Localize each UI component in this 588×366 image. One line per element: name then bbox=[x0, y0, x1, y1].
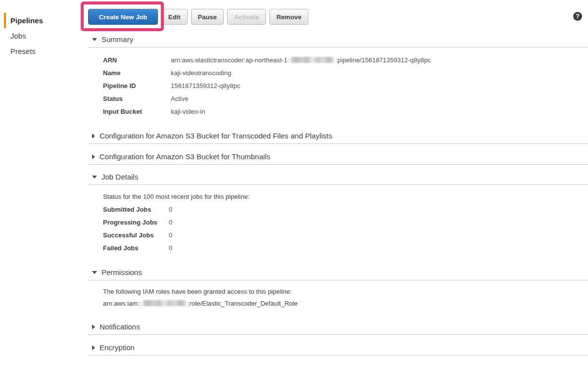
submitted-jobs-count: 0 bbox=[169, 206, 172, 213]
sidebar-item-label: Jobs bbox=[10, 32, 26, 40]
sidebar-item-label: Presets bbox=[10, 47, 36, 55]
section-title: Configuration for Amazon S3 Bucket for T… bbox=[99, 132, 332, 140]
field-label: Successful Jobs bbox=[103, 231, 169, 239]
field-label: ARN bbox=[103, 56, 171, 64]
name-value: kaji-videotranscoding bbox=[171, 69, 231, 77]
failed-jobs-count: 0 bbox=[169, 244, 172, 252]
field-label: Status bbox=[103, 95, 171, 102]
section-title: Encryption bbox=[99, 343, 135, 352]
iam-role-arn: arn:aws:iam:::role/Elastic_Transcoder_De… bbox=[103, 297, 588, 309]
sidebar-item-label: Pipelines bbox=[10, 16, 43, 25]
field-label: Name bbox=[103, 69, 171, 77]
arn-value: arn:aws:elastictranscoder:ap-northeast-1… bbox=[171, 56, 431, 64]
section-header-s3-thumbnails[interactable]: Configuration for Amazon S3 Bucket for T… bbox=[88, 149, 588, 165]
remove-button[interactable]: Remove bbox=[269, 9, 308, 25]
job-details-intro: Status for the 100 most recent jobs for … bbox=[103, 190, 588, 203]
redacted-account-id bbox=[143, 300, 186, 306]
caret-right-icon bbox=[92, 324, 95, 329]
section-header-s3-transcoded[interactable]: Configuration for Amazon S3 Bucket for T… bbox=[88, 128, 588, 144]
summary-row-input-bucket: Input Bucket kaji-video-in bbox=[103, 105, 588, 118]
field-label: Input Bucket bbox=[103, 108, 171, 115]
input-bucket-value: kaji-video-in bbox=[171, 108, 205, 115]
field-label: Progressing Jobs bbox=[103, 219, 169, 226]
redacted-account-id bbox=[291, 57, 334, 63]
caret-down-icon bbox=[92, 176, 97, 179]
edit-button[interactable]: Edit bbox=[161, 9, 188, 25]
pause-button[interactable]: Pause bbox=[191, 9, 224, 25]
section-title: Configuration for Amazon S3 Bucket for T… bbox=[99, 152, 270, 161]
caret-right-icon bbox=[92, 154, 95, 159]
section-title: Summary bbox=[101, 35, 133, 44]
sidebar-item-presets[interactable]: Presets bbox=[4, 44, 84, 59]
permissions-body: The following IAM roles have been grante… bbox=[88, 280, 588, 309]
summary-row-name: Name kaji-videotranscoding bbox=[103, 66, 588, 79]
successful-jobs-count: 0 bbox=[169, 231, 172, 239]
caret-down-icon bbox=[92, 271, 97, 274]
section-header-encryption[interactable]: Encryption bbox=[88, 340, 588, 356]
section-title: Notifications bbox=[99, 322, 140, 331]
toolbar: Create New Job Edit Pause Activate Remov… bbox=[88, 9, 308, 25]
caret-down-icon bbox=[92, 38, 97, 41]
section-header-summary[interactable]: Summary bbox=[88, 32, 588, 47]
summary-row-arn: ARN arn:aws:elastictranscoder:ap-northea… bbox=[103, 53, 588, 66]
elastic-transcoder-pipeline-page: Pipelines Jobs Presets ? Create New Job … bbox=[0, 0, 588, 366]
section-title: Permissions bbox=[101, 268, 142, 276]
summary-row-pipeline-id: Pipeline ID 1561871359312-q8y8pc bbox=[103, 79, 588, 92]
job-stat-row: Submitted Jobs 0 bbox=[103, 203, 588, 216]
field-label: Submitted Jobs bbox=[103, 206, 169, 213]
create-new-job-button[interactable]: Create New Job bbox=[88, 9, 158, 25]
job-details-body: Status for the 100 most recent jobs for … bbox=[88, 185, 588, 254]
sidebar-item-jobs[interactable]: Jobs bbox=[4, 28, 84, 44]
summary-body: ARN arn:aws:elastictranscoder:ap-northea… bbox=[88, 47, 588, 118]
main-content: Summary ARN arn:aws:elastictranscoder:ap… bbox=[88, 0, 588, 356]
pipeline-id-value: 1561871359312-q8y8pc bbox=[171, 82, 240, 90]
sidebar-item-pipelines[interactable]: Pipelines bbox=[4, 13, 84, 28]
help-icon[interactable]: ? bbox=[573, 12, 582, 21]
section-header-notifications[interactable]: Notifications bbox=[88, 319, 588, 335]
section-title: Job Details bbox=[101, 173, 138, 181]
progressing-jobs-count: 0 bbox=[169, 219, 172, 226]
status-badge: Active bbox=[171, 95, 188, 102]
job-stat-row: Progressing Jobs 0 bbox=[103, 216, 588, 229]
caret-right-icon bbox=[92, 345, 95, 350]
sidebar: Pipelines Jobs Presets bbox=[0, 13, 84, 59]
permissions-intro: The following IAM roles have been grante… bbox=[103, 285, 588, 297]
summary-row-status: Status Active bbox=[103, 92, 588, 105]
job-stat-row: Failed Jobs 0 bbox=[103, 241, 588, 254]
field-label: Pipeline ID bbox=[103, 82, 171, 90]
caret-right-icon bbox=[92, 134, 95, 138]
field-label: Failed Jobs bbox=[103, 244, 169, 252]
section-header-job-details[interactable]: Job Details bbox=[88, 169, 588, 185]
activate-button[interactable]: Activate bbox=[227, 9, 266, 25]
section-header-permissions[interactable]: Permissions bbox=[88, 265, 588, 280]
job-stat-row: Successful Jobs 0 bbox=[103, 229, 588, 241]
